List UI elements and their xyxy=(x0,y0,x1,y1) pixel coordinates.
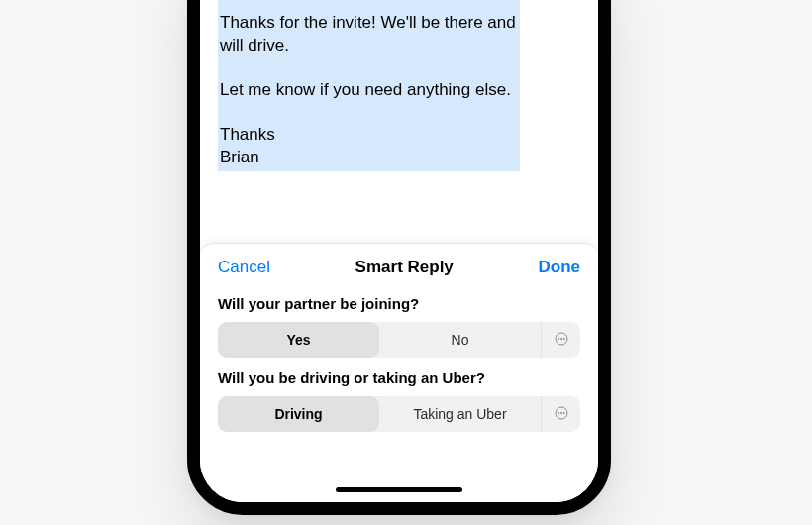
email-draft-highlight[interactable]: Hi Jasmine Thanks for the invite! We'll … xyxy=(218,0,520,171)
question-section: Will you be driving or taking an Uber? D… xyxy=(200,364,598,438)
choice-option[interactable]: Yes xyxy=(218,322,379,358)
ellipsis-icon xyxy=(554,405,569,424)
sheet-header: Cancel Smart Reply Done xyxy=(200,244,598,289)
choice-option[interactable]: Driving xyxy=(218,396,379,432)
screen: Hi Jasmine Thanks for the invite! We'll … xyxy=(200,0,598,502)
svg-point-3 xyxy=(563,338,564,339)
svg-point-2 xyxy=(560,338,561,339)
home-indicator[interactable] xyxy=(336,487,462,492)
draft-line: Brian xyxy=(220,147,516,169)
segmented-control: Yes No xyxy=(218,322,580,358)
smart-reply-sheet: Cancel Smart Reply Done Will your partne… xyxy=(200,243,598,502)
svg-point-6 xyxy=(560,412,561,413)
segmented-control: Driving Taking an Uber xyxy=(218,396,580,432)
choice-option[interactable]: No xyxy=(379,322,541,358)
more-options-button[interactable] xyxy=(541,396,580,432)
svg-point-1 xyxy=(558,338,558,339)
email-draft-area: Hi Jasmine Thanks for the invite! We'll … xyxy=(200,0,598,195)
choice-option[interactable]: Taking an Uber xyxy=(379,396,541,432)
draft-line: Thanks xyxy=(220,124,516,147)
more-options-button[interactable] xyxy=(541,322,580,358)
cancel-button[interactable]: Cancel xyxy=(218,258,270,277)
question-prompt: Will you be driving or taking an Uber? xyxy=(218,369,580,386)
svg-point-7 xyxy=(563,412,564,413)
ellipsis-icon xyxy=(554,331,569,350)
done-button[interactable]: Done xyxy=(539,258,581,277)
question-section: Will your partner be joining? Yes No xyxy=(200,289,598,364)
phone-frame: Hi Jasmine Thanks for the invite! We'll … xyxy=(187,0,611,515)
draft-line: will drive. xyxy=(220,35,516,57)
sheet-title: Smart Reply xyxy=(355,258,454,277)
draft-line: Let me know if you need anything else. xyxy=(220,79,516,102)
svg-point-5 xyxy=(558,412,558,413)
question-prompt: Will your partner be joining? xyxy=(218,295,580,312)
draft-line: Thanks for the invite! We'll be there an… xyxy=(220,12,516,35)
